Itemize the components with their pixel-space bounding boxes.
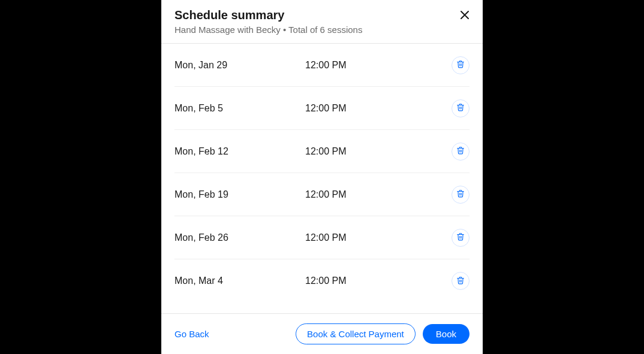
trash-icon bbox=[456, 276, 465, 286]
session-date: Mon, Mar 4 bbox=[174, 276, 305, 286]
schedule-summary-modal: Schedule summary Hand Massage with Becky… bbox=[161, 0, 483, 354]
session-row: Mon, Feb 1912:00 PM bbox=[174, 173, 470, 216]
session-time: 12:00 PM bbox=[305, 60, 452, 71]
session-date: Mon, Feb 5 bbox=[174, 103, 305, 114]
session-time: 12:00 PM bbox=[305, 189, 452, 200]
modal-header: Schedule summary Hand Massage with Becky… bbox=[161, 0, 483, 44]
session-list: Mon, Jan 2912:00 PMMon, Feb 512:00 PMMon… bbox=[161, 44, 483, 313]
trash-icon bbox=[456, 60, 465, 70]
delete-session-button[interactable] bbox=[452, 229, 470, 247]
delete-session-button[interactable] bbox=[452, 56, 470, 74]
trash-icon bbox=[456, 146, 465, 156]
modal-title: Schedule summary bbox=[174, 8, 470, 22]
delete-session-button[interactable] bbox=[452, 186, 470, 204]
trash-icon bbox=[456, 189, 465, 199]
book-button[interactable]: Book bbox=[423, 324, 470, 344]
session-time: 12:00 PM bbox=[305, 146, 452, 157]
delete-session-button[interactable] bbox=[452, 99, 470, 117]
modal-footer: Go Back Book & Collect Payment Book bbox=[161, 313, 483, 354]
session-date: Mon, Jan 29 bbox=[174, 60, 305, 71]
session-row: Mon, Mar 412:00 PM bbox=[174, 259, 470, 302]
session-date: Mon, Feb 19 bbox=[174, 189, 305, 200]
session-time: 12:00 PM bbox=[305, 232, 452, 243]
session-row: Mon, Feb 512:00 PM bbox=[174, 87, 470, 130]
session-time: 12:00 PM bbox=[305, 276, 452, 286]
session-row: Mon, Jan 2912:00 PM bbox=[174, 44, 470, 87]
trash-icon bbox=[456, 103, 465, 113]
session-row: Mon, Feb 2612:00 PM bbox=[174, 216, 470, 259]
session-date: Mon, Feb 26 bbox=[174, 232, 305, 243]
close-icon bbox=[460, 10, 470, 22]
trash-icon bbox=[456, 232, 465, 243]
delete-session-button[interactable] bbox=[452, 143, 470, 161]
session-row: Mon, Feb 1212:00 PM bbox=[174, 130, 470, 173]
session-time: 12:00 PM bbox=[305, 103, 452, 114]
delete-session-button[interactable] bbox=[452, 272, 470, 290]
modal-subtitle: Hand Massage with Becky • Total of 6 ses… bbox=[174, 25, 470, 35]
book-collect-payment-button[interactable]: Book & Collect Payment bbox=[296, 323, 416, 344]
session-date: Mon, Feb 12 bbox=[174, 146, 305, 157]
go-back-button[interactable]: Go Back bbox=[174, 329, 209, 339]
close-button[interactable] bbox=[458, 8, 472, 23]
